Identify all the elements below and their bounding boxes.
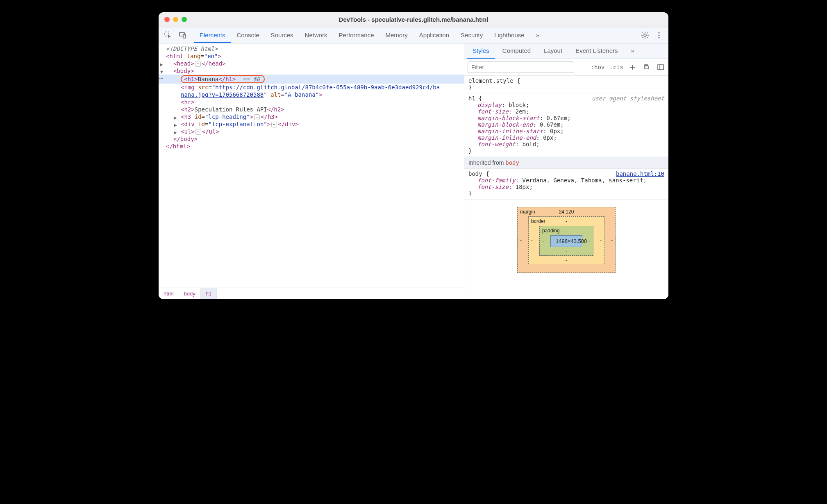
- elements-panel: <!DOCTYPE html> <html lang="en"> ▶<head>…: [159, 43, 464, 299]
- box-border[interactable]: border - -- - padding - -- - 1496×43.500: [528, 216, 604, 264]
- dom-body-open[interactable]: ▼<body>: [159, 67, 464, 75]
- tab-lighthouse[interactable]: Lighthouse: [488, 27, 530, 43]
- box-content[interactable]: 1496×43.500: [550, 235, 582, 247]
- subtab-layout[interactable]: Layout: [538, 43, 568, 59]
- dom-html-open[interactable]: <html lang="en">: [159, 52, 464, 60]
- box-model: margin 24.120 -- border - -- - padding -…: [464, 200, 668, 273]
- tab-sources[interactable]: Sources: [265, 27, 299, 43]
- breadcrumb: html body h1: [159, 288, 464, 299]
- inherited-from-bar: Inherited from body: [464, 157, 668, 169]
- dom-body-close[interactable]: </body>: [159, 135, 464, 143]
- dom-ul[interactable]: ▶<ul>⋯</ul>: [159, 128, 464, 135]
- subtab-styles[interactable]: Styles: [467, 43, 495, 59]
- svg-point-4: [658, 32, 659, 33]
- rule-h1[interactable]: h1 {user agent stylesheet display: block…: [464, 93, 668, 157]
- copy-styles-icon[interactable]: [642, 63, 651, 72]
- main-pane: <!DOCTYPE html> <html lang="en"> ▶<head>…: [159, 43, 668, 299]
- tab-memory[interactable]: Memory: [380, 27, 414, 43]
- close-icon[interactable]: [164, 17, 170, 22]
- window-title: DevTools - speculative-rules.glitch.me/b…: [159, 16, 668, 23]
- settings-gear-icon[interactable]: [639, 29, 651, 41]
- styles-panel: Styles Computed Layout Event Listeners »…: [464, 43, 668, 299]
- rule-body[interactable]: body {banana.html:10 font-family: Verdan…: [464, 169, 668, 200]
- crumb-h1[interactable]: h1: [201, 288, 217, 299]
- css-property[interactable]: font-family: Verdana, Geneva, Tahoma, sa…: [468, 177, 664, 184]
- css-property[interactable]: margin-block-start: 0.67em;: [468, 115, 664, 121]
- cls-toggle[interactable]: .cls: [609, 64, 623, 70]
- dom-h1-selected[interactable]: <h1>Banana</h1> == $0: [159, 75, 464, 84]
- dom-div[interactable]: ▶<div id="lcp-explanation">⋯</div>: [159, 120, 464, 128]
- subtab-computed[interactable]: Computed: [497, 43, 536, 59]
- css-property[interactable]: font-weight: bold;: [468, 141, 664, 148]
- traffic-lights: [164, 17, 187, 22]
- maximize-icon[interactable]: [182, 17, 187, 22]
- box-margin[interactable]: margin 24.120 -- border - -- - padding -…: [517, 207, 616, 273]
- tab-console[interactable]: Console: [231, 27, 265, 43]
- styles-filter-input[interactable]: [468, 61, 574, 73]
- tab-network[interactable]: Network: [299, 27, 333, 43]
- crumb-html[interactable]: html: [159, 288, 179, 299]
- minimize-icon[interactable]: [173, 17, 178, 22]
- css-property[interactable]: margin-inline-end: 0px;: [468, 134, 664, 141]
- source-link[interactable]: banana.html:10: [616, 170, 664, 177]
- dom-img-cont[interactable]: nana.jpg?v=1705668720588" alt="A banana"…: [159, 91, 464, 98]
- svg-point-3: [644, 34, 646, 36]
- tab-performance[interactable]: Performance: [333, 27, 380, 43]
- css-property[interactable]: display: block;: [468, 102, 664, 108]
- styles-subtabs: Styles Computed Layout Event Listeners »: [464, 43, 668, 59]
- main-tabs: Elements Console Sources Network Perform…: [194, 27, 639, 43]
- tab-elements[interactable]: Elements: [194, 27, 231, 43]
- css-property[interactable]: font-size: 18px;: [468, 184, 664, 190]
- css-property[interactable]: font-size: 2em;: [468, 108, 664, 115]
- main-toolbar: Elements Console Sources Network Perform…: [159, 27, 668, 43]
- tabs-overflow-icon[interactable]: »: [530, 27, 545, 43]
- toggle-sidebar-icon[interactable]: [656, 63, 665, 72]
- dom-hr[interactable]: <hr>: [159, 98, 464, 106]
- devtools-window: DevTools - speculative-rules.glitch.me/b…: [159, 12, 668, 299]
- dom-tree[interactable]: <!DOCTYPE html> <html lang="en"> ▶<head>…: [159, 43, 464, 288]
- dom-html-close[interactable]: </html>: [159, 143, 464, 150]
- crumb-body[interactable]: body: [179, 288, 201, 299]
- kebab-menu-icon[interactable]: [653, 29, 665, 41]
- inspect-icon[interactable]: [162, 29, 174, 41]
- titlebar: DevTools - speculative-rules.glitch.me/b…: [159, 12, 668, 27]
- hov-toggle[interactable]: :hov: [591, 64, 605, 70]
- dom-h3[interactable]: ▶<h3 id="lcp-heading">⋯</h3>: [159, 113, 464, 120]
- filter-row: :hov .cls: [464, 59, 668, 76]
- rule-element-style[interactable]: element.style { }: [464, 76, 668, 93]
- new-rule-icon[interactable]: [628, 63, 637, 72]
- dom-h2[interactable]: <h2>Speculation Rules API</h2>: [159, 106, 464, 113]
- subtabs-overflow-icon[interactable]: »: [625, 43, 640, 59]
- tab-application[interactable]: Application: [414, 27, 455, 43]
- dom-img[interactable]: <img src="https://cdn.glitch.global/87b4…: [159, 84, 464, 91]
- svg-rect-7: [658, 65, 663, 70]
- css-property[interactable]: margin-inline-start: 0px;: [468, 128, 664, 134]
- svg-point-6: [658, 37, 659, 38]
- styles-rules[interactable]: element.style { } h1 {user agent stylesh…: [464, 76, 668, 299]
- dom-doctype[interactable]: <!DOCTYPE html>: [159, 45, 464, 52]
- tab-security[interactable]: Security: [455, 27, 488, 43]
- dom-head[interactable]: ▶<head>⋯</head>: [159, 60, 464, 67]
- svg-point-5: [658, 34, 659, 36]
- svg-rect-2: [183, 34, 186, 38]
- box-padding[interactable]: padding - -- - 1496×43.500: [539, 226, 593, 256]
- device-toggle-icon[interactable]: [177, 29, 189, 41]
- subtab-event-listeners[interactable]: Event Listeners: [570, 43, 623, 59]
- css-property[interactable]: margin-block-end: 0.67em;: [468, 121, 664, 128]
